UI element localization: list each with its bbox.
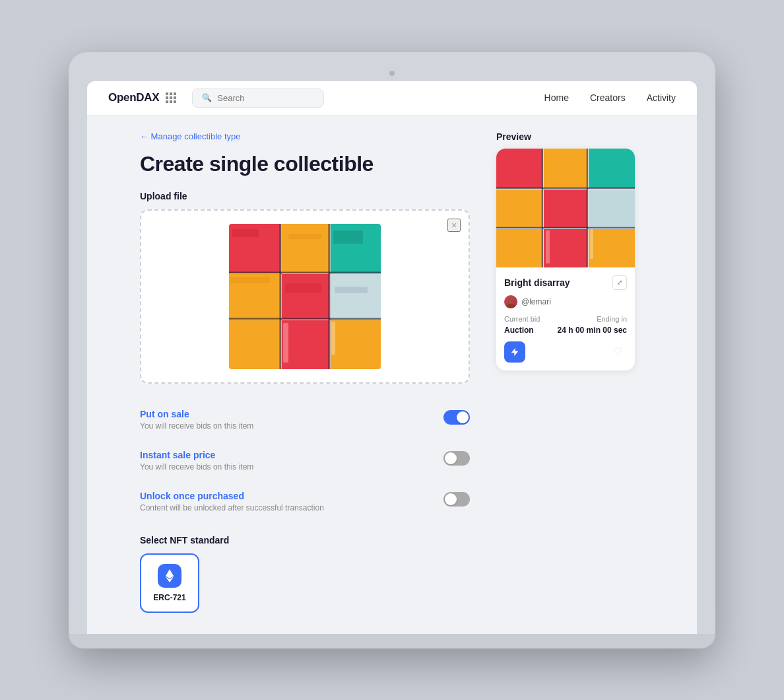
grid-icon[interactable] (166, 92, 176, 103)
bid-labels-row: Current bid Ending in (504, 315, 627, 323)
svg-rect-13 (232, 229, 259, 237)
toggle-desc-unlock: Content will be unlocked after successfu… (140, 503, 324, 512)
toggle-knob-instant-sale (445, 452, 457, 464)
svg-rect-6 (229, 320, 280, 369)
eth-icon (158, 564, 181, 588)
avatar-svg (504, 295, 517, 308)
svg-rect-34 (546, 230, 550, 263)
toggle-row-unlock: Unlock once purchased Content will be un… (140, 481, 470, 522)
svg-rect-23 (589, 149, 635, 188)
toggle-desc-put-on-sale: You will receive bids on this item (140, 421, 253, 431)
nft-option-erc721[interactable]: ERC-721 (140, 553, 199, 613)
svg-rect-29 (589, 229, 635, 267)
svg-rect-25 (544, 190, 587, 228)
toggle-label-unlock: Unlock once purchased (140, 491, 324, 501)
toggle-text-instant-sale: Instant sale price You will receive bids… (140, 450, 253, 472)
search-bar[interactable]: 🔍 (192, 88, 324, 108)
nav-activity[interactable]: Activity (647, 92, 676, 103)
creator-name: @lemari (521, 297, 551, 306)
svg-rect-14 (288, 234, 321, 239)
svg-rect-22 (544, 149, 587, 188)
close-button[interactable]: × (447, 219, 461, 232)
toggle-row-put-on-sale: Put on sale You will receive bids on thi… (140, 400, 470, 440)
card-actions: ♡ (504, 341, 627, 363)
toggle-row-instant-sale: Instant sale price You will receive bids… (140, 440, 470, 481)
preview-card: Bright disarray ⤢ @lemari (496, 149, 635, 370)
artwork-svg (229, 224, 381, 369)
preview-label: Preview (496, 131, 641, 142)
artwork-preview (229, 224, 381, 369)
toggle-desc-instant-sale: You will receive bids on this item (140, 462, 253, 472)
svg-rect-18 (335, 287, 368, 293)
main-content: ← Manage collectible type Create single … (87, 116, 697, 634)
svg-rect-28 (544, 229, 587, 267)
heart-button[interactable]: ♡ (608, 343, 627, 361)
preview-image (496, 149, 635, 267)
toggle-text-unlock: Unlock once purchased Content will be un… (140, 491, 324, 512)
svg-point-37 (506, 304, 515, 308)
main-nav: Home Creators Activity (544, 92, 676, 103)
navbar: OpenDAX 🔍 Home Creators Activity (87, 81, 697, 116)
preview-artwork-svg (496, 149, 635, 267)
toggle-section: Put on sale You will receive bids on thi… (140, 400, 470, 522)
eth-logo (163, 569, 176, 582)
toggle-switch-put-on-sale[interactable] (443, 410, 470, 425)
svg-rect-20 (331, 322, 335, 355)
right-column: Preview (496, 131, 641, 613)
creator-row: @lemari (504, 295, 627, 308)
svg-rect-4 (282, 274, 329, 319)
page-title: Create single collectible (140, 152, 470, 176)
svg-rect-1 (282, 224, 329, 273)
svg-point-36 (508, 298, 513, 303)
toggle-label-put-on-sale: Put on sale (140, 409, 253, 419)
svg-rect-7 (282, 320, 329, 369)
svg-rect-5 (331, 274, 381, 319)
nav-creators[interactable]: Creators (590, 92, 626, 103)
bid-icon (509, 347, 520, 357)
svg-rect-17 (285, 283, 321, 293)
toggle-switch-instant-sale[interactable] (443, 451, 470, 466)
ending-label: Ending in (597, 315, 627, 323)
bid-button[interactable] (504, 341, 525, 363)
ending-value: 24 h 00 min 00 sec (558, 326, 627, 335)
current-bid-label: Current bid (504, 315, 540, 323)
upload-area[interactable]: × (140, 209, 470, 384)
toggle-text-put-on-sale: Put on sale You will receive bids on thi… (140, 409, 253, 431)
back-link[interactable]: ← Manage collectible type (140, 131, 470, 141)
toggle-knob-put-on-sale (457, 411, 469, 423)
card-title-row: Bright disarray ⤢ (504, 275, 627, 290)
nft-label-erc721: ERC-721 (153, 593, 185, 602)
search-input[interactable] (217, 93, 314, 103)
brand: OpenDAX (108, 91, 176, 104)
svg-rect-16 (230, 277, 270, 283)
preview-card-body: Bright disarray ⤢ @lemari (496, 267, 635, 370)
nft-section-label: Select NFT standard (140, 535, 470, 545)
svg-rect-21 (496, 149, 542, 188)
svg-rect-24 (496, 190, 542, 228)
svg-rect-8 (331, 320, 381, 369)
bid-values-row: Auction 24 h 00 min 00 sec (504, 326, 627, 335)
svg-rect-15 (333, 230, 363, 244)
upload-label: Upload file (140, 191, 470, 201)
svg-rect-35 (590, 229, 593, 259)
svg-rect-26 (589, 190, 635, 228)
laptop-bottom (69, 634, 715, 648)
search-icon: 🔍 (202, 93, 212, 102)
card-share-button[interactable]: ⤢ (612, 275, 627, 290)
creator-avatar (504, 295, 517, 308)
nav-home[interactable]: Home (544, 92, 569, 103)
toggle-knob-unlock (445, 493, 457, 505)
left-column: ← Manage collectible type Create single … (140, 131, 470, 613)
svg-rect-27 (496, 229, 542, 267)
brand-name: OpenDAX (108, 91, 159, 104)
svg-rect-19 (283, 323, 288, 363)
card-title: Bright disarray (504, 277, 570, 288)
toggle-switch-unlock[interactable] (443, 492, 470, 507)
toggle-label-instant-sale: Instant sale price (140, 450, 253, 460)
current-bid-value: Auction (504, 326, 534, 335)
